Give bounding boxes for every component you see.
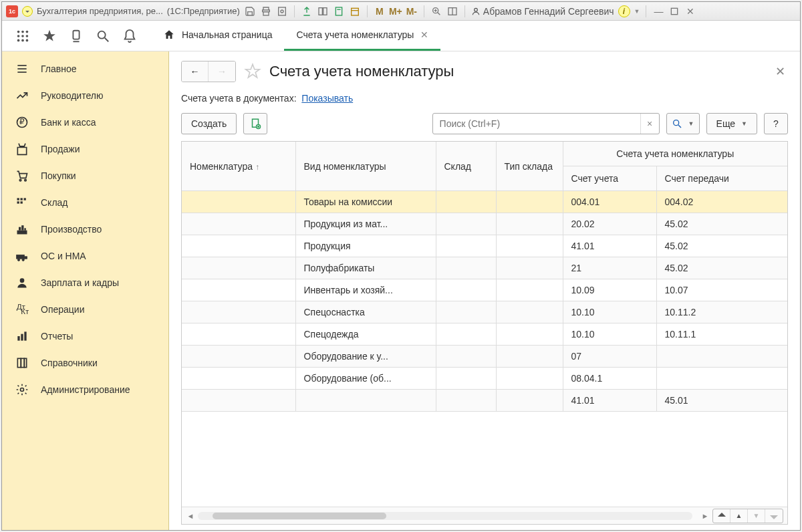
- sidebar-item-3[interactable]: Продажи: [2, 136, 168, 162]
- nav-back-button[interactable]: ←: [182, 61, 209, 82]
- table-row[interactable]: Товары на комиссии004.01004.02: [182, 191, 787, 213]
- search-clear-icon[interactable]: ×: [640, 114, 659, 134]
- cell-c6: 10.11.2: [656, 301, 787, 323]
- svg-rect-16: [672, 8, 678, 14]
- cell-c2: Спецоснастка: [295, 301, 436, 323]
- history-icon[interactable]: [69, 29, 84, 43]
- cell-c1: [182, 257, 295, 279]
- svg-text:Кт: Кт: [21, 307, 29, 315]
- favorites-star-icon[interactable]: [42, 29, 57, 43]
- col-group-accounts[interactable]: Счета учета номенклатуры: [563, 142, 787, 166]
- preview-icon[interactable]: [276, 5, 288, 17]
- table-row[interactable]: Продукция41.0145.02: [182, 235, 787, 257]
- cell-c2: Полуфабрикаты: [295, 257, 436, 279]
- svg-line-28: [105, 37, 109, 41]
- svg-rect-36: [17, 198, 19, 200]
- app-logo-icon: 1c: [6, 5, 18, 17]
- row-down-icon[interactable]: ▼: [748, 509, 765, 523]
- sidebar-item-5[interactable]: Склад: [2, 189, 168, 216]
- col-nomenclature[interactable]: Номенклатура↑: [182, 142, 295, 191]
- sidebar-item-2[interactable]: ₽Банк и касса: [2, 109, 168, 136]
- sidebar-item-11[interactable]: Справочники: [2, 350, 168, 376]
- search-field[interactable]: ×: [432, 113, 660, 134]
- memory-mplus-icon[interactable]: M+: [390, 5, 402, 17]
- apps-grid-icon[interactable]: [15, 29, 30, 43]
- save-icon[interactable]: [244, 5, 256, 17]
- nav-forward-button[interactable]: →: [209, 61, 235, 82]
- cell-c6: 45.01: [656, 390, 787, 412]
- col-account[interactable]: Счет учета: [563, 166, 656, 191]
- calendar-icon[interactable]: [349, 5, 361, 17]
- sidebar-label: ОС и НМА: [41, 251, 86, 261]
- close-page-icon[interactable]: ✕: [773, 64, 788, 79]
- cell-c1: [182, 390, 295, 412]
- compare-icon[interactable]: [317, 5, 329, 17]
- table-row[interactable]: Продукция из мат...20.0245.02: [182, 213, 787, 235]
- sidebar-item-7[interactable]: ОС и НМА: [2, 243, 168, 269]
- table-row[interactable]: Спецоснастка10.1010.11.2: [182, 301, 787, 323]
- info-label: Счета учета в документах:: [181, 93, 297, 104]
- sidebar-icon: [15, 223, 29, 236]
- row-nav-buttons: ▲ ▼: [712, 509, 783, 523]
- svg-rect-7: [352, 8, 359, 15]
- more-button[interactable]: Еще▼: [706, 113, 757, 134]
- row-last-icon[interactable]: [765, 509, 783, 523]
- svg-rect-4: [323, 7, 327, 15]
- sidebar-item-1[interactable]: Руководителю: [2, 82, 168, 109]
- sidebar-item-9[interactable]: ДтКтОперации: [2, 296, 168, 323]
- favorite-star-icon[interactable]: [244, 63, 261, 80]
- print-icon[interactable]: [260, 5, 272, 17]
- memory-mminus-icon[interactable]: M-: [406, 5, 418, 17]
- scroll-right-icon[interactable]: ►: [700, 511, 710, 521]
- search-icon[interactable]: [96, 29, 110, 43]
- sidebar-item-4[interactable]: Покупки: [2, 162, 168, 189]
- col-transfer[interactable]: Счет передачи: [656, 166, 787, 191]
- platform-label: (1С:Предприятие): [167, 6, 240, 16]
- memory-m-icon[interactable]: M: [374, 5, 386, 17]
- nav-back-forward: ← →: [181, 61, 236, 82]
- row-first-icon[interactable]: [713, 509, 730, 523]
- export-icon[interactable]: [301, 5, 313, 17]
- col-warehouse[interactable]: Склад: [436, 142, 496, 191]
- table-row[interactable]: Оборудование к у...07: [182, 346, 787, 368]
- minimize-icon[interactable]: —: [652, 5, 664, 17]
- tab-close-icon[interactable]: ✕: [420, 29, 428, 40]
- table-row[interactable]: Полуфабрикаты2145.02: [182, 257, 787, 279]
- sidebar-label: Зарплата и кадры: [41, 277, 119, 288]
- info-link[interactable]: Показывать: [301, 93, 353, 104]
- calculator-icon[interactable]: [333, 5, 345, 17]
- cell-c6: 10.11.1: [656, 323, 787, 346]
- help-button[interactable]: ?: [764, 113, 788, 134]
- tab-home[interactable]: Начальная страница: [151, 21, 284, 51]
- sidebar-item-6[interactable]: Производство: [2, 216, 168, 243]
- table-row[interactable]: Инвентарь и хозяй...10.0910.07: [182, 279, 787, 301]
- app-menu-dropdown[interactable]: [22, 6, 33, 17]
- col-wh-type[interactable]: Тип склада: [496, 142, 563, 191]
- current-user[interactable]: Абрамов Геннадий Сергеевич: [471, 6, 614, 17]
- sidebar-item-12[interactable]: Администрирование: [2, 376, 168, 403]
- search-dropdown-button[interactable]: ▼: [666, 113, 700, 134]
- sidebar-label: Отчеты: [41, 331, 73, 342]
- search-input[interactable]: [433, 114, 640, 134]
- bell-icon[interactable]: [122, 29, 137, 43]
- table-row[interactable]: Оборудование (об...08.04.1: [182, 368, 787, 390]
- sidebar-item-0[interactable]: Главное: [2, 55, 168, 82]
- info-icon[interactable]: i: [618, 5, 630, 17]
- table-row[interactable]: 41.0145.01: [182, 390, 787, 412]
- panels-icon[interactable]: [446, 5, 458, 17]
- tab-accounts[interactable]: Счета учета номенклатуры ✕: [284, 21, 440, 51]
- col-type[interactable]: Вид номенклатуры: [295, 142, 436, 191]
- maximize-icon[interactable]: [668, 5, 680, 17]
- zoom-icon[interactable]: [430, 5, 442, 17]
- close-window-icon[interactable]: ✕: [684, 5, 696, 17]
- copy-button[interactable]: [243, 113, 267, 134]
- sidebar-item-8[interactable]: Зарплата и кадры: [2, 269, 168, 296]
- table-row[interactable]: Спецодежда10.1010.11.1: [182, 323, 787, 346]
- row-up-icon[interactable]: ▲: [730, 509, 748, 523]
- h-scrollbar[interactable]: [198, 512, 692, 520]
- create-button[interactable]: Создать: [181, 113, 237, 134]
- scroll-left-icon[interactable]: ◄: [186, 511, 195, 521]
- sidebar-item-10[interactable]: Отчеты: [2, 323, 168, 350]
- cell-c3: [436, 235, 496, 257]
- svg-point-21: [21, 35, 24, 37]
